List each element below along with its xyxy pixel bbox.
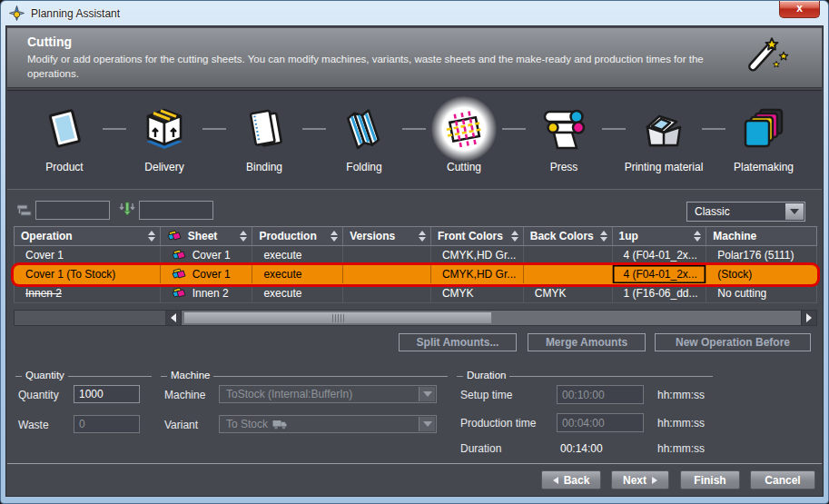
cell-production: execute (252, 284, 343, 302)
waste-input (74, 415, 140, 433)
filter-input[interactable] (35, 201, 110, 220)
col-front-colors[interactable]: Front Colors (431, 227, 524, 245)
sort-arrows-icon (419, 231, 426, 242)
cancel-button[interactable]: Cancel (750, 470, 815, 489)
col-machine[interactable]: Machine (706, 227, 816, 245)
col-operation[interactable]: Operation (15, 227, 161, 245)
wizard-steps-bar: Product (7, 90, 822, 190)
chevron-down-icon (419, 387, 435, 401)
press-icon (539, 105, 588, 153)
window-title: Planning Assistant (31, 7, 120, 20)
split-amounts-button[interactable]: Split Amounts... (399, 333, 517, 351)
sheet-icon (172, 249, 187, 262)
scrollbar-thumb[interactable] (183, 311, 492, 324)
production-time-input (557, 413, 644, 432)
machine-groupbox: Machine (161, 376, 448, 377)
step-connector (202, 128, 226, 130)
folding-icon (342, 105, 386, 153)
quantity-groupbox: Quantity (15, 376, 152, 377)
printing-material-icon (640, 107, 687, 151)
sort-arrows-icon (600, 231, 607, 242)
cell-operation: Innen 2 (15, 284, 161, 302)
dialog-content: Cutting Modify or add operations for the… (5, 25, 824, 497)
filter-tree-icon (17, 204, 34, 217)
delivery-icon (141, 105, 188, 153)
cell-back-colors (524, 265, 613, 283)
scrollbar-track[interactable] (182, 311, 801, 325)
variant-label: Variant (164, 419, 198, 431)
cell-sheet: Cover 1 (161, 265, 253, 283)
chevron-down-icon (419, 417, 435, 431)
step-delivery[interactable]: Delivery (114, 91, 214, 189)
machine-select: ToStock (Internal:BufferIn) (219, 385, 437, 403)
col-1up[interactable]: 1up (613, 227, 707, 245)
titlebar[interactable]: Planning Assistant (1, 1, 828, 25)
active-step-glow (431, 96, 497, 162)
product-icon (44, 105, 84, 153)
merge-amounts-button[interactable]: Merge Amounts (528, 333, 646, 351)
duration-value: 00:14:00 (560, 442, 603, 455)
step-folding[interactable]: Folding (314, 91, 414, 189)
setup-time-input (557, 385, 644, 404)
sort-arrows-icon (240, 231, 247, 242)
step-connector (302, 128, 326, 130)
cell-back-colors: CMYK (524, 284, 613, 302)
cell-1up-focused[interactable]: 4 (F04-01_2x... (613, 265, 707, 283)
time-format-label: hh:mm:ss (657, 442, 705, 455)
step-connector (702, 128, 725, 130)
truck-icon (272, 420, 288, 430)
cell-production: execute (252, 265, 343, 283)
magic-wand-icon (736, 36, 791, 80)
step-printing-material[interactable]: Printing material (614, 91, 714, 189)
table-row-selected[interactable]: Cover 1 (To Stock) Cover 1 execute CMYK,… (14, 265, 817, 284)
table-header: Operation Sheet Production (14, 226, 817, 246)
col-back-colors[interactable]: Back Colors (524, 227, 613, 245)
step-connector (103, 128, 126, 130)
table-row[interactable]: Innen 2 Innen 2 execute CMYK CMYK 1 (F (14, 284, 817, 303)
cell-front-colors: CMYK,HD Gr... (431, 246, 524, 264)
table-row[interactable]: Cover 1 Cover 1 execute CMYK,HD Gr... (14, 246, 817, 265)
step-product[interactable]: Product (15, 91, 114, 189)
page-title: Cutting (27, 35, 822, 49)
step-connector (502, 128, 526, 130)
cell-production: execute (252, 246, 343, 264)
cell-machine: (Stock) (706, 265, 816, 283)
scroll-right-button[interactable] (801, 311, 816, 325)
arrow-right-icon (652, 477, 657, 484)
cell-1up: 1 (F16-06_dd... (613, 284, 707, 302)
scrollbar-frozen-spacer (15, 311, 166, 325)
cell-machine: Polar176 (5111) (706, 246, 816, 264)
cutting-icon (439, 104, 489, 153)
scroll-left-button[interactable] (166, 311, 182, 325)
duration-groupbox: Duration (457, 376, 713, 377)
cell-sheet: Cover 1 (161, 246, 253, 264)
step-cutting-active[interactable]: Cutting (414, 91, 514, 189)
step-press[interactable]: Press (514, 91, 614, 189)
view-mode-select[interactable]: Classic (686, 202, 805, 222)
col-sheet[interactable]: Sheet (161, 227, 253, 245)
horizontal-scrollbar (14, 310, 817, 326)
next-button[interactable]: Next (611, 470, 669, 489)
new-operation-before-button[interactable]: New Operation Before (655, 333, 811, 351)
app-icon (9, 5, 25, 21)
col-production[interactable]: Production (252, 227, 343, 245)
close-button[interactable]: x (779, 1, 820, 18)
finish-button[interactable]: Finish (680, 470, 740, 489)
cell-operation: Cover 1 (To Stock) (15, 265, 161, 283)
cell-versions (343, 246, 431, 264)
sort-input[interactable] (139, 201, 213, 220)
sheet-icon (172, 268, 187, 281)
sort-order-icon (119, 202, 135, 217)
cell-front-colors: CMYK (431, 284, 524, 302)
cell-sheet: Innen 2 (161, 284, 253, 302)
arrow-left-icon (553, 477, 558, 484)
step-binding[interactable]: Binding (214, 91, 314, 189)
cell-front-colors: CMYK,HD Gr... (431, 265, 524, 283)
back-button[interactable]: Back (541, 470, 601, 489)
quantity-input[interactable] (74, 385, 140, 403)
cell-versions (343, 284, 431, 302)
col-versions[interactable]: Versions (343, 227, 431, 245)
step-platemaking[interactable]: Platemaking (714, 91, 814, 189)
time-format-label: hh:mm:ss (657, 417, 705, 430)
cell-machine: No cutting (706, 284, 816, 302)
